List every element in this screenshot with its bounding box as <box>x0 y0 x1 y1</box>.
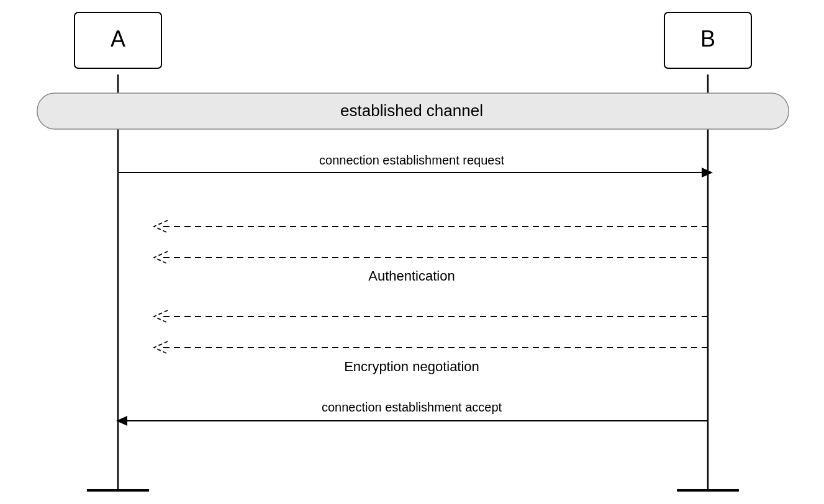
authentication-label: Authentication <box>368 268 455 284</box>
actor-b-label: B <box>700 26 715 52</box>
msg4-label: connection establishment accept <box>322 400 502 414</box>
actor-a-label: A <box>111 26 125 52</box>
established-channel-label: established channel <box>340 101 483 120</box>
msg1-label: connection establishment request <box>319 153 504 167</box>
sequence-diagram: A B established channel connection estab… <box>0 0 824 504</box>
encryption-negotiation-label: Encryption negotiation <box>344 359 479 374</box>
